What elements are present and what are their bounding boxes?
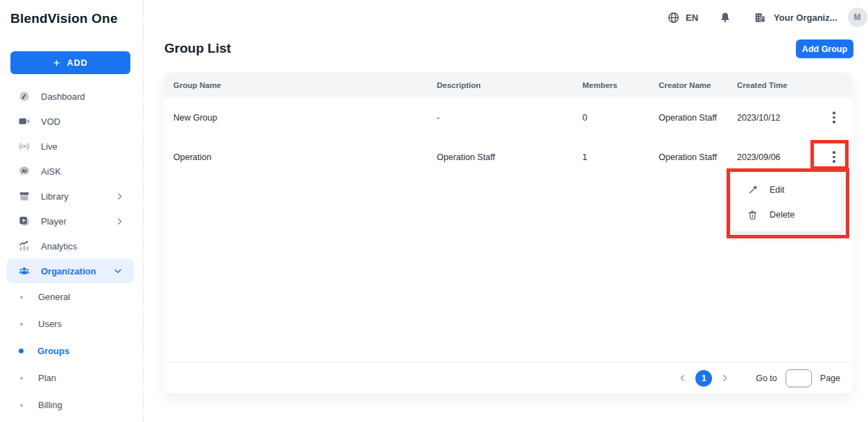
pagination-bar: 1 Go to Page: [164, 362, 853, 394]
column-header-group-name: Group Name: [173, 81, 437, 89]
bullet-icon: [20, 377, 23, 380]
sidebar-item-label: Player: [41, 216, 67, 227]
add-group-button[interactable]: Add Group: [796, 39, 853, 58]
cell-description: -: [437, 113, 582, 123]
chevron-right-icon: [115, 192, 124, 201]
sidebar-item-vod[interactable]: VOD: [0, 109, 144, 134]
cell-members: 1: [582, 152, 659, 162]
sidebar-item-organization[interactable]: Organization: [7, 258, 134, 283]
sidebar-nav: Dashboard VOD Live Ai: [0, 84, 144, 419]
cell-description: Operation Staff: [437, 152, 582, 162]
sidebar-item-player[interactable]: Player: [0, 209, 144, 234]
table-row: Operation Operation Staff 1 Operation St…: [164, 137, 853, 177]
sidebar-item-label: Groups: [37, 346, 69, 356]
column-header-created-time: Created Time: [737, 81, 819, 89]
bullet-icon: [20, 296, 23, 299]
sidebar-item-groups[interactable]: Groups: [0, 337, 144, 364]
cell-members: 0: [582, 113, 659, 123]
menu-item-delete[interactable]: Delete: [731, 202, 841, 227]
menu-item-label: Delete: [770, 210, 795, 220]
sidebar: BlendVision One + ADD Dashboard VOD: [0, 0, 144, 422]
sidebar-item-label: Library: [41, 191, 69, 202]
language-selector[interactable]: EN: [667, 11, 698, 24]
sidebar-item-users[interactable]: Users: [0, 310, 144, 337]
cell-created-time: 2023/10/12: [737, 113, 819, 123]
sidebar-item-general[interactable]: General: [0, 283, 144, 310]
chevron-right-icon: [115, 217, 124, 226]
add-button[interactable]: + ADD: [10, 51, 130, 74]
notifications-button[interactable]: [719, 10, 731, 24]
organization-switcher[interactable]: Your Organiz...: [754, 11, 837, 24]
bullet-icon: [19, 349, 24, 353]
svg-text:Ai: Ai: [21, 168, 26, 174]
menu-item-label: Edit: [770, 185, 785, 195]
bell-icon: [719, 10, 731, 24]
chevron-down-icon: [113, 266, 123, 276]
brand-logo: BlendVision One: [10, 11, 118, 26]
pencil-icon: [747, 184, 758, 196]
organization-name: Your Organiz...: [774, 12, 837, 23]
broadcast-icon: [17, 139, 31, 153]
next-page-button[interactable]: [718, 371, 732, 385]
table-row: New Group - 0 Operation Staff 2023/10/12: [164, 98, 853, 137]
add-button-label: ADD: [67, 58, 87, 68]
sidebar-item-library[interactable]: Library: [0, 184, 144, 209]
row-actions-kebab-icon[interactable]: [825, 109, 843, 127]
cell-creator-name: Operation Staff: [659, 113, 737, 123]
video-camera-icon: [17, 114, 31, 128]
globe-icon: [667, 11, 680, 24]
sidebar-item-label: Organization: [41, 266, 96, 276]
sidebar-item-label: Live: [41, 141, 58, 152]
language-label: EN: [686, 12, 698, 23]
bullet-icon: [20, 323, 23, 326]
sidebar-item-aisk[interactable]: Ai AiSK: [0, 159, 144, 184]
gauge-icon: [17, 89, 31, 103]
sidebar-item-live[interactable]: Live: [0, 134, 144, 159]
sidebar-item-plan[interactable]: Plan: [0, 364, 144, 392]
cell-group-name: New Group: [173, 113, 437, 123]
player-icon: [17, 214, 31, 228]
chevron-right-icon: [720, 373, 729, 383]
trash-icon: [747, 209, 758, 221]
building-icon: [754, 11, 767, 24]
column-header-members: Members: [582, 81, 659, 89]
column-header-description: Description: [437, 81, 582, 89]
cell-group-name: Operation: [173, 152, 437, 162]
sidebar-item-label: Analytics: [41, 241, 77, 252]
page-title: Group List: [164, 41, 231, 56]
sidebar-item-label: VOD: [41, 116, 60, 127]
analytics-icon: [17, 239, 31, 253]
goto-page-input[interactable]: [785, 369, 812, 387]
people-icon: [17, 264, 31, 278]
group-list-card: Group Name Description Members Creator N…: [164, 73, 853, 394]
menu-item-edit[interactable]: Edit: [731, 177, 841, 202]
sidebar-item-billing[interactable]: Billing: [0, 392, 144, 419]
sidebar-item-dashboard[interactable]: Dashboard: [0, 84, 144, 109]
ai-chat-bubble-icon: Ai: [17, 164, 31, 178]
row-context-menu: Edit Delete: [731, 173, 841, 231]
avatar[interactable]: M: [848, 8, 867, 27]
sidebar-item-label: Billing: [38, 400, 62, 410]
sidebar-item-label: General: [38, 292, 70, 302]
sidebar-item-label: AiSK: [41, 166, 61, 177]
cell-creator-name: Operation Staff: [659, 152, 737, 162]
row-actions-kebab-icon[interactable]: [825, 148, 843, 166]
cell-created-time: 2023/09/06: [737, 152, 819, 162]
goto-label: Go to: [756, 373, 777, 383]
previous-page-button[interactable]: [675, 371, 690, 385]
chevron-left-icon: [678, 373, 687, 383]
column-header-creator-name: Creator Name: [659, 81, 737, 89]
topbar: EN Your Organiz... M: [667, 6, 867, 29]
sidebar-item-label: Plan: [38, 373, 56, 383]
sidebar-item-label: Users: [38, 319, 62, 329]
page-label: Page: [820, 373, 840, 383]
plus-icon: +: [53, 57, 60, 69]
app-window: BlendVision One + ADD Dashboard VOD: [0, 0, 868, 422]
sidebar-item-analytics[interactable]: Analytics: [0, 234, 144, 258]
sidebar-item-label: Dashboard: [41, 91, 85, 102]
table-header-row: Group Name Description Members Creator N…: [164, 73, 853, 98]
library-box-icon: [17, 189, 31, 203]
bullet-icon: [20, 404, 23, 407]
page-number-button[interactable]: 1: [695, 370, 712, 387]
